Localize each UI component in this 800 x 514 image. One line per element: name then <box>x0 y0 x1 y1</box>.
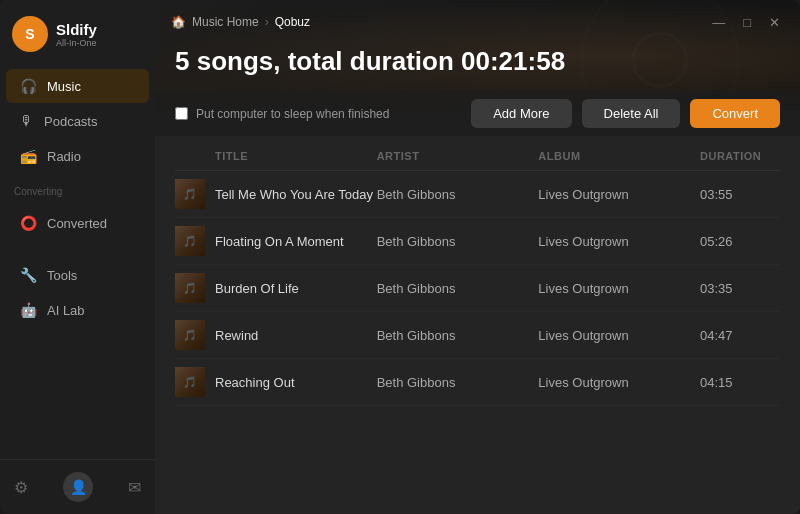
col-header-duration: DURATION <box>700 150 780 162</box>
breadcrumb: 🏠 Music Home › Qobuz <box>171 15 310 29</box>
track-artist: Beth Gibbons <box>377 328 539 343</box>
col-header-title: TITLE <box>215 150 377 162</box>
sleep-option: Put computer to sleep when finished <box>175 107 389 121</box>
track-album: Lives Outgrown <box>538 281 700 296</box>
track-thumbnail <box>175 226 215 256</box>
page-title: 5 songs, total duration 00:21:58 <box>175 46 780 77</box>
sidebar-label-radio: Radio <box>47 149 81 164</box>
sidebar-label-ailab: AI Lab <box>47 303 85 318</box>
sleep-checkbox[interactable] <box>175 107 188 120</box>
music-icon: 🎧 <box>20 78 37 94</box>
col-header-artist: ARTIST <box>377 150 539 162</box>
settings-icon[interactable]: ⚙ <box>14 478 28 497</box>
track-duration: 05:26 <box>700 234 780 249</box>
app-logo-icon: S <box>12 16 48 52</box>
tools-icon: 🔧 <box>20 267 37 283</box>
track-album: Lives Outgrown <box>538 375 700 390</box>
action-buttons: Add More Delete All Convert <box>471 99 780 128</box>
sidebar-item-radio[interactable]: 📻 Radio <box>6 139 149 173</box>
sidebar-label-converted: Converted <box>47 216 107 231</box>
sidebar-label-music: Music <box>47 79 81 94</box>
table-row[interactable]: Rewind Beth Gibbons Lives Outgrown 04:47 <box>175 312 780 359</box>
app-subtitle: All-In-One <box>56 38 97 48</box>
add-more-button[interactable]: Add More <box>471 99 571 128</box>
table-body: Tell Me Who You Are Today Beth Gibbons L… <box>175 171 780 406</box>
tracks-table: TITLE ARTIST ALBUM DURATION Tell Me Who … <box>155 136 800 514</box>
sidebar-label-podcasts: Podcasts <box>44 114 97 129</box>
mail-icon[interactable]: ✉ <box>128 478 141 497</box>
radio-icon: 📻 <box>20 148 37 164</box>
main-content: 🏠 Music Home › Qobuz — □ ✕ 5 songs, tota… <box>155 0 800 514</box>
track-artist: Beth Gibbons <box>377 281 539 296</box>
main-nav: 🎧 Music 🎙 Podcasts 📻 Radio <box>0 64 155 178</box>
track-duration: 03:55 <box>700 187 780 202</box>
track-title: Floating On A Moment <box>215 234 377 249</box>
close-button[interactable]: ✕ <box>765 13 784 32</box>
table-row[interactable]: Burden Of Life Beth Gibbons Lives Outgro… <box>175 265 780 312</box>
track-album: Lives Outgrown <box>538 328 700 343</box>
track-title: Reaching Out <box>215 375 377 390</box>
converting-section-label: Converting <box>0 178 155 201</box>
maximize-button[interactable]: □ <box>739 13 755 32</box>
table-row[interactable]: Floating On A Moment Beth Gibbons Lives … <box>175 218 780 265</box>
table-row[interactable]: Reaching Out Beth Gibbons Lives Outgrown… <box>175 359 780 406</box>
home-icon: 🏠 <box>171 15 186 29</box>
track-artist: Beth Gibbons <box>377 234 539 249</box>
track-thumbnail <box>175 367 215 397</box>
track-duration: 04:15 <box>700 375 780 390</box>
track-album: Lives Outgrown <box>538 234 700 249</box>
minimize-button[interactable]: — <box>708 13 729 32</box>
sidebar-item-podcasts[interactable]: 🎙 Podcasts <box>6 104 149 138</box>
track-artist: Beth Gibbons <box>377 375 539 390</box>
action-bar: Put computer to sleep when finished Add … <box>155 91 800 136</box>
track-title: Tell Me Who You Are Today <box>215 187 377 202</box>
sidebar-item-music[interactable]: 🎧 Music <box>6 69 149 103</box>
tools-nav: 🔧 Tools 🤖 AI Lab <box>0 253 155 332</box>
window-controls: — □ ✕ <box>708 13 784 32</box>
table-row[interactable]: Tell Me Who You Are Today Beth Gibbons L… <box>175 171 780 218</box>
podcast-icon: 🎙 <box>20 113 34 129</box>
track-thumbnail <box>175 320 215 350</box>
avatar[interactable]: 👤 <box>63 472 93 502</box>
track-thumbnail <box>175 273 215 303</box>
track-artist: Beth Gibbons <box>377 187 539 202</box>
convert-button[interactable]: Convert <box>690 99 780 128</box>
sleep-label: Put computer to sleep when finished <box>196 107 389 121</box>
col-header-album: ALBUM <box>538 150 700 162</box>
col-header-thumb <box>175 150 215 162</box>
sidebar-label-tools: Tools <box>47 268 77 283</box>
sidebar-item-ailab[interactable]: 🤖 AI Lab <box>6 293 149 327</box>
converting-nav: ⭕ Converted <box>0 201 155 245</box>
converted-icon: ⭕ <box>20 215 37 231</box>
ailab-icon: 🤖 <box>20 302 37 318</box>
logo-text: Sldify All-In-One <box>56 21 97 48</box>
track-title: Burden Of Life <box>215 281 377 296</box>
sidebar-item-tools[interactable]: 🔧 Tools <box>6 258 149 292</box>
track-title: Rewind <box>215 328 377 343</box>
page-title-area: 5 songs, total duration 00:21:58 <box>155 34 800 91</box>
sidebar: S Sldify All-In-One 🎧 Music 🎙 Podcasts 📻… <box>0 0 155 514</box>
delete-all-button[interactable]: Delete All <box>582 99 681 128</box>
breadcrumb-separator: › <box>265 15 269 29</box>
track-album: Lives Outgrown <box>538 187 700 202</box>
app-name: Sldify <box>56 21 97 38</box>
logo-area: S Sldify All-In-One <box>0 0 155 64</box>
track-thumbnail <box>175 179 215 209</box>
titlebar: 🏠 Music Home › Qobuz — □ ✕ <box>155 0 800 34</box>
breadcrumb-home: Music Home <box>192 15 259 29</box>
table-header: TITLE ARTIST ALBUM DURATION <box>175 142 780 171</box>
sidebar-item-converted[interactable]: ⭕ Converted <box>6 206 149 240</box>
sidebar-bottom: ⚙ 👤 ✉ <box>0 459 155 514</box>
track-duration: 04:47 <box>700 328 780 343</box>
track-duration: 03:35 <box>700 281 780 296</box>
breadcrumb-current: Qobuz <box>275 15 310 29</box>
